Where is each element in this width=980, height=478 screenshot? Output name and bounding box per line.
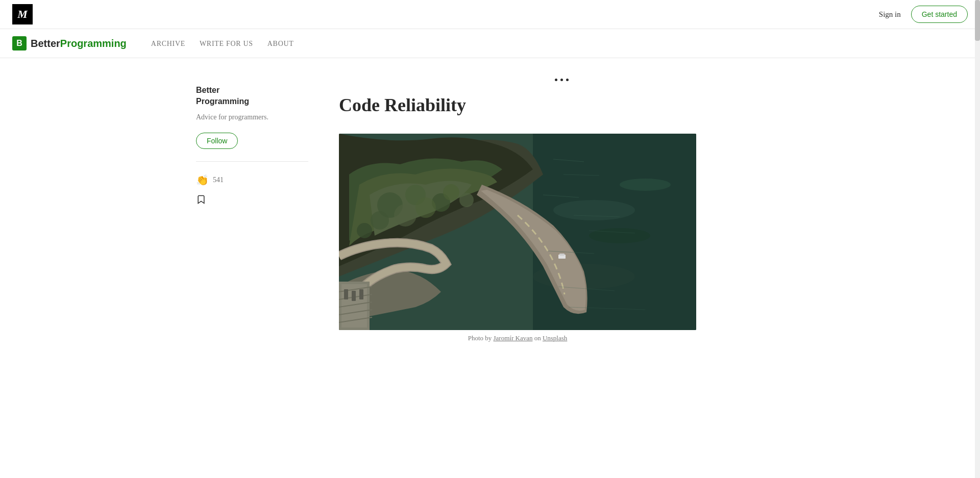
svg-point-34 <box>459 193 474 207</box>
follow-button[interactable]: Follow <box>196 133 238 149</box>
get-started-button[interactable]: Get started <box>911 6 968 23</box>
sidebar: BetterProgramming Advice for programmers… <box>196 79 308 346</box>
scrollbar-track[interactable] <box>975 0 980 367</box>
medium-logo[interactable]: M <box>12 4 33 24</box>
image-caption: Photo by Jaromír Kavan on Unsplash <box>339 334 696 342</box>
svg-rect-13 <box>344 289 348 299</box>
sign-in-link[interactable]: Sign in <box>879 10 901 19</box>
svg-rect-14 <box>352 291 356 301</box>
dot-2 <box>560 79 563 81</box>
clap-count: 541 <box>213 176 224 184</box>
svg-point-30 <box>371 211 389 230</box>
svg-rect-15 <box>359 289 363 299</box>
article-image-container: Photo by Jaromír Kavan on Unsplash <box>339 134 696 342</box>
sidebar-actions: 👏 541 <box>196 174 308 207</box>
sidebar-divider <box>196 161 308 162</box>
nav-archive[interactable]: ARCHIVE <box>151 40 185 47</box>
pub-logo-icon: B <box>12 36 27 51</box>
pub-name-bold: Better <box>31 38 60 49</box>
article-title: Code Reliability <box>339 93 784 117</box>
unsplash-link[interactable]: Unsplash <box>543 334 567 342</box>
top-nav-right: Sign in Get started <box>879 6 968 23</box>
scrollbar-thumb[interactable] <box>975 0 980 41</box>
sidebar-tagline: Advice for programmers. <box>196 112 308 122</box>
sidebar-pub-name: BetterProgramming <box>196 85 308 108</box>
top-nav: M Sign in Get started <box>0 0 980 29</box>
svg-point-2 <box>553 200 635 220</box>
dots-menu <box>339 79 784 81</box>
publication-nav: B BetterProgramming ARCHIVE WRITE FOR US… <box>0 29 980 58</box>
article-area: Code Reliability <box>339 79 784 346</box>
svg-rect-17 <box>559 254 565 256</box>
svg-point-31 <box>357 223 372 238</box>
nav-write-for-us[interactable]: WRITE FOR US <box>200 40 253 47</box>
aerial-image <box>339 134 696 330</box>
svg-point-32 <box>443 184 459 200</box>
pub-nav-links: ARCHIVE WRITE FOR US ABOUT <box>151 39 294 48</box>
pub-name: BetterProgramming <box>31 38 127 49</box>
clap-row: 👏 541 <box>196 174 308 186</box>
pub-name-green: Programming <box>60 38 127 49</box>
photographer-link[interactable]: Jaromír Kavan <box>494 334 533 342</box>
svg-point-5 <box>620 179 671 191</box>
svg-point-29 <box>394 204 416 227</box>
nav-about[interactable]: ABOUT <box>267 40 294 47</box>
svg-point-3 <box>589 228 650 243</box>
publication-brand[interactable]: B BetterProgramming <box>12 36 127 51</box>
bookmark-icon[interactable] <box>196 194 206 207</box>
dot-1 <box>555 79 557 81</box>
clap-icon[interactable]: 👏 <box>196 174 209 186</box>
bookmark-row <box>196 194 308 207</box>
main-layout: BetterProgramming Advice for programmers… <box>184 58 796 367</box>
dot-3 <box>566 79 569 81</box>
svg-point-33 <box>415 197 436 218</box>
